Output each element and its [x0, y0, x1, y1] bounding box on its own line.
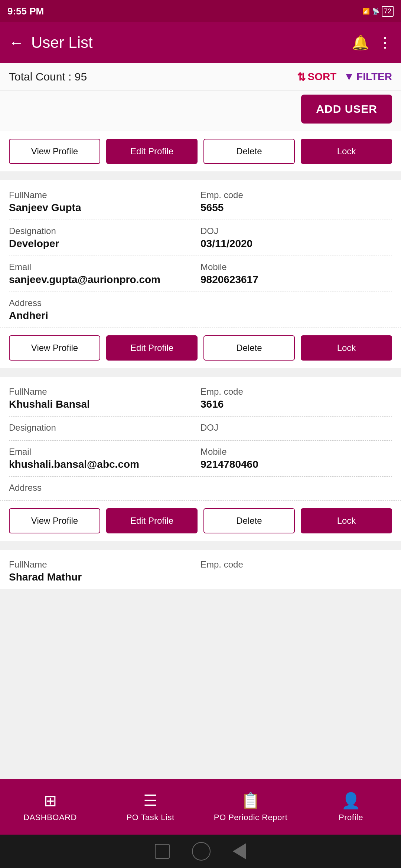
filter-label: FILTER [356, 71, 392, 83]
field-row-name-2: FullName Sharad Mathur Emp. code [9, 553, 392, 589]
notification-icon[interactable]: 🔔 [352, 34, 369, 51]
email-label-0: Email [9, 262, 197, 272]
field-address-0: Address Andheri [9, 298, 392, 322]
mobile-value-0: 9820623617 [200, 274, 388, 286]
header-title: User List [31, 34, 352, 52]
status-time: 9:55 PM [7, 6, 44, 17]
edit-profile-button-0[interactable]: Edit Profile [106, 335, 198, 361]
empcode-value-1: 3616 [200, 398, 388, 410]
field-empcode-0: Emp. code 5655 [200, 190, 392, 214]
fullname-value-2: Sharad Mathur [9, 571, 197, 583]
field-row-name-1: FullName Khushali Bansal Emp. code 3616 [9, 381, 392, 417]
header-actions: 🔔 ⋮ [352, 34, 392, 51]
add-user-area: ADD USER [0, 91, 401, 131]
field-row-name-0: FullName Sanjeev Gupta Emp. code 5655 [9, 184, 392, 220]
doj-label-0: DOJ [200, 226, 388, 236]
more-options-icon[interactable]: ⋮ [378, 34, 392, 51]
field-doj-1: DOJ [200, 423, 392, 434]
empcode-label-0: Emp. code [200, 190, 388, 200]
field-email-0: Email sanjeev.gupta@aurionpro.com [9, 262, 200, 286]
lock-button-1[interactable]: Lock [301, 508, 392, 533]
empcode-label-2: Emp. code [200, 559, 388, 570]
address-value-0: Andheri [9, 310, 392, 322]
field-empcode-1: Emp. code 3616 [200, 387, 392, 410]
signal-icon: 📶 [362, 8, 370, 15]
user-fields-2: FullName Sharad Mathur Emp. code [0, 550, 401, 589]
field-fullname-2: FullName Sharad Mathur [9, 559, 200, 583]
edit-profile-button-1[interactable]: Edit Profile [106, 508, 198, 533]
user-card-partial: View Profile Edit Profile Delete Lock [0, 131, 401, 171]
status-bar: 9:55 PM 📶 📡 72 [0, 0, 401, 22]
partial-delete-button[interactable]: Delete [203, 139, 295, 164]
field-mobile-0: Mobile 9820623617 [200, 262, 392, 286]
sort-label: SORT [308, 71, 337, 83]
user-card-2: FullName Sharad Mathur Emp. code [0, 550, 401, 589]
designation-value-0: Developer [9, 238, 197, 250]
email-value-0: sanjeev.gupta@aurionpro.com [9, 274, 197, 286]
mobile-label-0: Mobile [200, 262, 388, 272]
field-empcode-2: Emp. code [200, 559, 392, 583]
scroll-content: View Profile Edit Profile Delete Lock Fu… [0, 131, 401, 665]
designation-label-1: Designation [9, 423, 197, 433]
wifi-icon: 📡 [372, 8, 379, 15]
partial-action-buttons: View Profile Edit Profile Delete Lock [0, 131, 401, 171]
filter-bar: Total Count : 95 ⇅ SORT ▼ FILTER [0, 63, 401, 91]
user-fields-0: FullName Sanjeev Gupta Emp. code 5655 De… [0, 180, 401, 328]
fullname-label-0: FullName [9, 190, 197, 200]
view-profile-button-1[interactable]: View Profile [9, 508, 100, 533]
address-label-1: Address [9, 483, 392, 493]
field-row-desig-1: Designation DOJ [9, 417, 392, 441]
field-mobile-1: Mobile 9214780460 [200, 447, 392, 470]
view-profile-button-0[interactable]: View Profile [9, 335, 100, 361]
doj-label-1: DOJ [200, 423, 388, 433]
field-row-email-0: Email sanjeev.gupta@aurionpro.com Mobile… [9, 256, 392, 292]
email-value-1: khushali.bansal@abc.com [9, 458, 197, 470]
partial-lock-button[interactable]: Lock [301, 139, 392, 164]
mobile-value-1: 9214780460 [200, 458, 388, 470]
lock-button-0[interactable]: Lock [301, 335, 392, 361]
total-count: Total Count : 95 [9, 70, 87, 83]
filter-button[interactable]: ▼ FILTER [344, 71, 392, 83]
sort-button[interactable]: ⇅ SORT [297, 71, 337, 83]
field-designation-0: Designation Developer [9, 226, 200, 250]
field-row-address-1: Address [9, 477, 392, 500]
empcode-label-1: Emp. code [200, 387, 388, 397]
mobile-label-1: Mobile [200, 447, 388, 457]
battery-icon: 72 [382, 6, 394, 17]
user-card-0: FullName Sanjeev Gupta Emp. code 5655 De… [0, 180, 401, 368]
sort-icon: ⇅ [297, 71, 306, 83]
field-doj-0: DOJ 03/11/2020 [200, 226, 392, 250]
delete-button-0[interactable]: Delete [203, 335, 295, 361]
action-buttons-1: View Profile Edit Profile Delete Lock [0, 500, 401, 541]
empcode-value-0: 5655 [200, 202, 388, 214]
back-button[interactable]: ← [9, 34, 24, 51]
address-label-0: Address [9, 298, 392, 308]
field-fullname-1: FullName Khushali Bansal [9, 387, 200, 410]
field-address-1: Address [9, 483, 392, 494]
email-label-1: Email [9, 447, 197, 457]
user-fields-1: FullName Khushali Bansal Emp. code 3616 … [0, 377, 401, 500]
status-icons: 📶 📡 72 [362, 6, 394, 17]
fullname-label-1: FullName [9, 387, 197, 397]
field-row-address-0: Address Andheri [9, 292, 392, 328]
field-designation-1: Designation [9, 423, 200, 434]
field-row-desig-0: Designation Developer DOJ 03/11/2020 [9, 220, 392, 256]
partial-view-profile-button[interactable]: View Profile [9, 139, 100, 164]
fullname-value-0: Sanjeev Gupta [9, 202, 197, 214]
action-buttons-0: View Profile Edit Profile Delete Lock [0, 328, 401, 368]
partial-edit-profile-button[interactable]: Edit Profile [106, 139, 198, 164]
fullname-label-2: FullName [9, 559, 197, 570]
filter-actions: ⇅ SORT ▼ FILTER [297, 71, 392, 83]
field-fullname-0: FullName Sanjeev Gupta [9, 190, 200, 214]
add-user-button[interactable]: ADD USER [301, 95, 392, 124]
filter-icon: ▼ [344, 71, 354, 83]
user-card-1: FullName Khushali Bansal Emp. code 3616 … [0, 377, 401, 541]
field-email-1: Email khushali.bansal@abc.com [9, 447, 200, 470]
doj-value-0: 03/11/2020 [200, 238, 388, 250]
designation-label-0: Designation [9, 226, 197, 236]
field-row-email-1: Email khushali.bansal@abc.com Mobile 921… [9, 441, 392, 477]
delete-button-1[interactable]: Delete [203, 508, 295, 533]
fullname-value-1: Khushali Bansal [9, 398, 197, 410]
app-header: ← User List 🔔 ⋮ [0, 22, 401, 63]
